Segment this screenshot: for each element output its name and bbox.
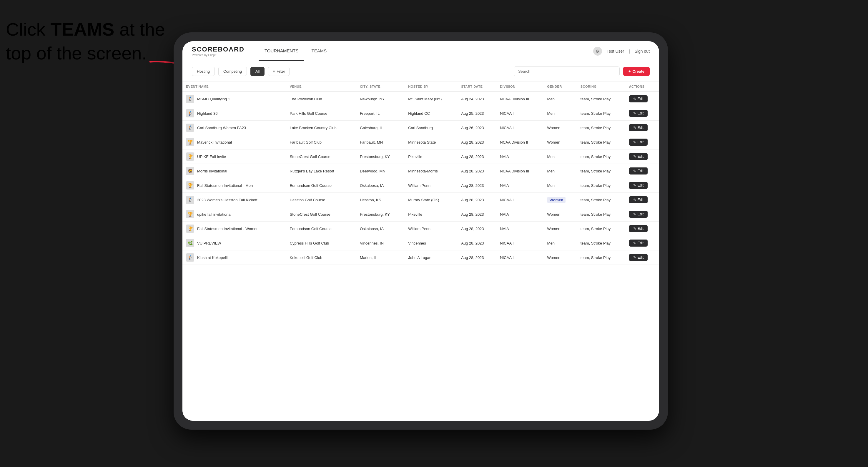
- gender-value: Women: [547, 226, 560, 231]
- edit-button[interactable]: ✎ Edit: [629, 240, 648, 247]
- cell-division: NAIA: [496, 178, 544, 193]
- table-row: 🦁 Morris Invitational Ruttger's Bay Lake…: [182, 164, 659, 178]
- filter-competing-button[interactable]: Competing: [218, 67, 247, 76]
- cell-actions: ✎ Edit: [625, 135, 659, 150]
- team-icon: 🏆: [186, 224, 194, 233]
- cell-actions: ✎ Edit: [625, 178, 659, 193]
- cell-event-name: 🏌 2023 Women's Hesston Fall Kickoff: [182, 193, 286, 207]
- team-icon: 🏆: [186, 152, 194, 161]
- event-name-text: Morris Invitational: [197, 169, 227, 173]
- cell-gender: Women: [544, 222, 577, 236]
- user-icon: ⚙: [593, 47, 602, 56]
- table-row: 🏌 Carl Sandburg Women FA23 Lake Bracken …: [182, 121, 659, 135]
- edit-button[interactable]: ✎ Edit: [629, 167, 648, 175]
- sign-out-link[interactable]: Sign out: [635, 49, 650, 54]
- edit-button[interactable]: ✎ Edit: [629, 153, 648, 160]
- cell-venue: Hesston Golf Course: [286, 193, 356, 207]
- table-row: 🏆 upike fall invitational StoneCrest Gol…: [182, 207, 659, 222]
- edit-button[interactable]: ✎ Edit: [629, 182, 648, 189]
- col-scoring: SCORING: [577, 82, 625, 92]
- cell-gender: Men: [544, 164, 577, 178]
- team-icon: 🏆: [186, 181, 194, 189]
- cell-scoring: team, Stroke Play: [577, 250, 625, 265]
- separator: |: [629, 49, 630, 54]
- cell-actions: ✎ Edit: [625, 193, 659, 207]
- cell-start-date: Aug 28, 2023: [458, 135, 496, 150]
- gender-value: Women: [547, 126, 560, 130]
- cell-city-state: Marion, IL: [356, 250, 405, 265]
- cell-division: NAIA: [496, 222, 544, 236]
- edit-button[interactable]: ✎ Edit: [629, 124, 648, 131]
- tab-tournaments[interactable]: TOURNAMENTS: [259, 41, 305, 61]
- team-icon: 🏆: [186, 210, 194, 218]
- edit-button[interactable]: ✎ Edit: [629, 196, 648, 203]
- edit-button[interactable]: ✎ Edit: [629, 211, 648, 218]
- gender-value: Men: [547, 241, 555, 245]
- cell-city-state: Prestonsburg, KY: [356, 150, 405, 164]
- edit-label: Edit: [638, 183, 644, 187]
- event-name-text: Fall Statesmen Invitational - Women: [197, 226, 259, 231]
- table-row: 🏌 Klash at Kokopelli Kokopelli Golf Club…: [182, 250, 659, 265]
- cell-venue: Cypress Hills Golf Club: [286, 236, 356, 250]
- logo-area: SCOREBOARD Powered by Clippit: [192, 45, 245, 57]
- team-icon: 🏌: [186, 124, 194, 132]
- edit-icon: ✎: [633, 155, 636, 159]
- cell-scoring: team, Stroke Play: [577, 106, 625, 121]
- filter-options-button[interactable]: ≡ Filter: [268, 67, 289, 76]
- tablet-screen: SCOREBOARD Powered by Clippit TOURNAMENT…: [182, 41, 659, 421]
- cell-gender: Men: [544, 236, 577, 250]
- cell-hosted-by: Murray State (OK): [405, 193, 458, 207]
- content-area: Hosting Competing All ≡ Filter + Create …: [182, 61, 659, 421]
- logo-title: SCOREBOARD: [192, 45, 245, 53]
- cell-event-name: 🏆 Fall Statesmen Invitational - Men: [182, 178, 286, 193]
- cell-gender: Women: [544, 207, 577, 222]
- cell-hosted-by: Vincennes: [405, 236, 458, 250]
- cell-city-state: Faribault, MN: [356, 135, 405, 150]
- edit-label: Edit: [638, 212, 644, 216]
- edit-button[interactable]: ✎ Edit: [629, 254, 648, 261]
- cell-venue: Edmundson Golf Course: [286, 222, 356, 236]
- cell-start-date: Aug 28, 2023: [458, 193, 496, 207]
- edit-label: Edit: [638, 198, 644, 202]
- edit-button[interactable]: ✎ Edit: [629, 138, 648, 146]
- table-row: 🏌 2023 Women's Hesston Fall Kickoff Hess…: [182, 193, 659, 207]
- cell-hosted-by: Minnesota-Morris: [405, 164, 458, 178]
- cell-event-name: 🏆 Fall Statesmen Invitational - Women: [182, 222, 286, 236]
- nav-tabs: TOURNAMENTS TEAMS: [259, 41, 333, 61]
- cell-gender: Women: [544, 193, 577, 207]
- cell-city-state: Prestonsburg, KY: [356, 207, 405, 222]
- cell-scoring: team, Stroke Play: [577, 150, 625, 164]
- cell-event-name: 🏌 Klash at Kokopelli: [182, 250, 286, 265]
- search-input[interactable]: [514, 66, 620, 76]
- tab-teams[interactable]: TEAMS: [305, 41, 333, 61]
- cell-gender: Men: [544, 92, 577, 106]
- edit-icon: ✎: [633, 97, 636, 101]
- edit-button[interactable]: ✎ Edit: [629, 110, 648, 117]
- cell-start-date: Aug 28, 2023: [458, 207, 496, 222]
- filter-all-button[interactable]: All: [250, 67, 265, 76]
- cell-hosted-by: John A Logan: [405, 250, 458, 265]
- cell-venue: Lake Bracken Country Club: [286, 121, 356, 135]
- edit-label: Edit: [638, 169, 644, 173]
- edit-icon: ✎: [633, 226, 636, 231]
- team-icon: 🌿: [186, 239, 194, 247]
- edit-button[interactable]: ✎ Edit: [629, 95, 648, 102]
- edit-icon: ✎: [633, 198, 636, 202]
- cell-gender: Men: [544, 150, 577, 164]
- team-icon: 🏌: [186, 253, 194, 261]
- gender-value: Men: [547, 97, 555, 101]
- cell-division: NAIA: [496, 207, 544, 222]
- event-name-text: 2023 Women's Hesston Fall Kickoff: [197, 198, 257, 202]
- cell-venue: Kokopelli Golf Club: [286, 250, 356, 265]
- gender-value: Women: [547, 212, 560, 217]
- create-button[interactable]: + Create: [623, 67, 650, 76]
- event-name-text: MSMC Qualifying 1: [197, 97, 230, 101]
- filter-hosting-button[interactable]: Hosting: [192, 67, 215, 76]
- edit-label: Edit: [638, 111, 644, 115]
- cell-gender: Women: [544, 135, 577, 150]
- create-icon: +: [628, 69, 631, 73]
- table-row: 🌿 VU PREVIEW Cypress Hills Golf Club Vin…: [182, 236, 659, 250]
- edit-button[interactable]: ✎ Edit: [629, 225, 648, 232]
- cell-hosted-by: William Penn: [405, 222, 458, 236]
- table-header: EVENT NAME VENUE CITY, STATE HOSTED BY S…: [182, 82, 659, 92]
